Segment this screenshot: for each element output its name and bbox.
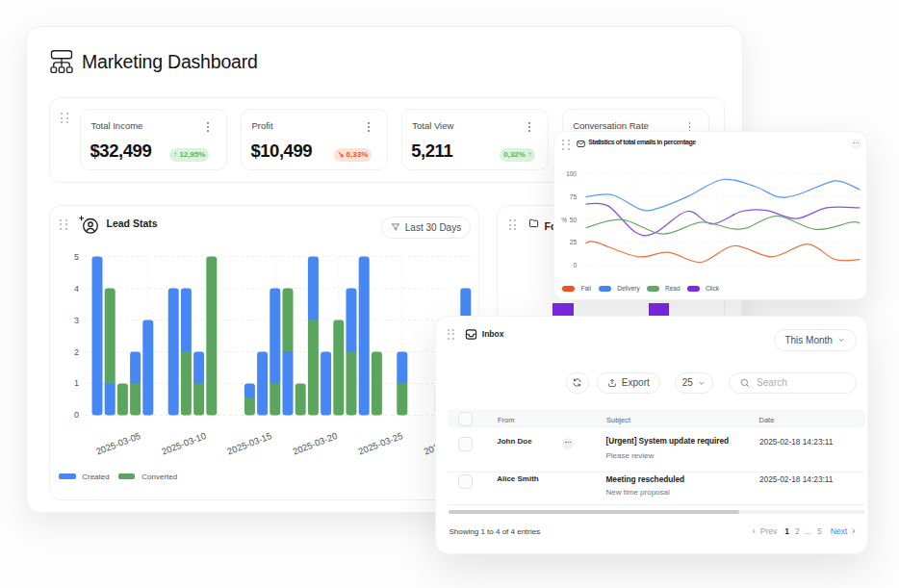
svg-text:2025-03-10: 2025-03-10 <box>160 430 207 457</box>
svg-text:2: 2 <box>74 347 79 357</box>
svg-text:%: % <box>561 217 567 223</box>
svg-text:1: 1 <box>74 378 79 388</box>
svg-text:100: 100 <box>566 170 577 177</box>
svg-text:2025-03-20: 2025-03-20 <box>291 430 338 457</box>
svg-text:2025-03-25: 2025-03-25 <box>357 430 404 457</box>
svg-text:4: 4 <box>74 284 79 294</box>
svg-text:25: 25 <box>570 239 578 245</box>
svg-text:0: 0 <box>573 261 577 268</box>
svg-text:2025-03-15: 2025-03-15 <box>225 430 272 457</box>
svg-text:5: 5 <box>74 252 79 262</box>
svg-text:50: 50 <box>570 216 578 222</box>
svg-text:3: 3 <box>74 316 79 325</box>
svg-text:75: 75 <box>570 192 578 199</box>
svg-text:2025-03-05: 2025-03-05 <box>94 430 141 457</box>
svg-text:0: 0 <box>74 410 79 420</box>
